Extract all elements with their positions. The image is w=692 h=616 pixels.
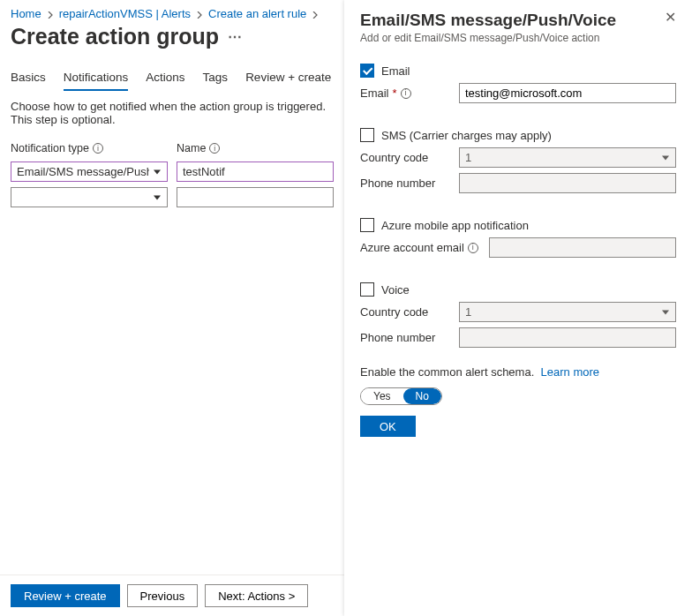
- schema-row: Enable the common alert schema. Learn mo…: [360, 365, 676, 379]
- notification-name-wrap: [177, 187, 334, 207]
- col-header-type-text: Notification type: [11, 142, 89, 154]
- ok-button[interactable]: OK: [360, 416, 416, 437]
- email-input[interactable]: [459, 83, 676, 103]
- info-icon[interactable]: i: [401, 88, 411, 99]
- voice-country-label: Country code: [360, 305, 452, 319]
- previous-button[interactable]: Previous: [127, 584, 199, 607]
- sms-country-select[interactable]: [459, 147, 676, 168]
- tab-notifications[interactable]: Notifications: [64, 65, 129, 91]
- required-icon: *: [393, 86, 397, 100]
- sms-phone-label: Phone number: [360, 177, 452, 190]
- voice-phone-label: Phone number: [360, 331, 452, 344]
- review-create-button[interactable]: Review + create: [11, 584, 120, 607]
- sms-country-select-wrap: [459, 147, 676, 168]
- col-header-type: Notification type i: [11, 142, 168, 154]
- tabs: Basics Notifications Actions Tags Review…: [11, 65, 334, 91]
- email-label-text: Email: [360, 86, 389, 100]
- notification-name-input[interactable]: [177, 162, 334, 182]
- tab-description: Choose how to get notified when the acti…: [11, 100, 334, 126]
- sms-checkbox-row: SMS (Carrier charges may apply): [360, 128, 676, 142]
- side-panel: Email/SMS message/Push/Voice Add or edit…: [344, 0, 692, 616]
- panel-subtitle: Add or edit Email/SMS message/Push/Voice…: [360, 32, 616, 44]
- learn-more-link[interactable]: Learn more: [541, 365, 599, 379]
- panel-header: Email/SMS message/Push/Voice Add or edit…: [360, 11, 676, 64]
- push-email-row: Azure account email i: [360, 237, 676, 258]
- push-email-label: Azure account email i: [360, 241, 482, 254]
- footer-bar: Review + create Previous Next: Actions >: [0, 575, 344, 616]
- panel-title: Email/SMS message/Push/Voice: [360, 11, 616, 30]
- notification-type-select-wrap: [11, 187, 168, 207]
- tab-review[interactable]: Review + create: [245, 65, 331, 91]
- voice-phone-input[interactable]: [459, 327, 676, 348]
- notification-type-select[interactable]: [11, 187, 168, 207]
- email-checkbox-row: Email: [360, 64, 676, 78]
- notification-name-input[interactable]: [177, 187, 334, 207]
- sms-phone-row: Phone number: [360, 173, 676, 193]
- voice-country-select-wrap: [459, 302, 676, 322]
- breadcrumb: Home repairActionVMSS | Alerts Create an…: [11, 7, 334, 20]
- schema-toggle-yes[interactable]: Yes: [361, 388, 403, 404]
- email-checkbox[interactable]: [360, 64, 374, 78]
- col-header-name: Name i: [177, 142, 334, 154]
- email-field-label: Email * i: [360, 86, 452, 100]
- push-checkbox-label: Azure mobile app notification: [381, 219, 529, 232]
- sms-checkbox[interactable]: [360, 128, 374, 142]
- tab-tags[interactable]: Tags: [203, 65, 229, 91]
- main-content: Home repairActionVMSS | Alerts Create an…: [0, 0, 344, 616]
- notification-name-wrap: [177, 162, 334, 182]
- schema-text: Enable the common alert schema.: [360, 365, 534, 379]
- chevron-right-icon: [47, 7, 54, 20]
- page-title-text: Create action group: [11, 24, 219, 49]
- breadcrumb-rule[interactable]: Create an alert rule: [208, 7, 306, 20]
- col-header-name-text: Name: [177, 142, 206, 154]
- tab-basics[interactable]: Basics: [11, 65, 46, 91]
- notification-type-select-wrap: [11, 162, 168, 182]
- push-checkbox[interactable]: [360, 218, 374, 232]
- voice-checkbox-row: Voice: [360, 282, 676, 297]
- notification-type-select[interactable]: [11, 162, 168, 182]
- breadcrumb-resource[interactable]: repairActionVMSS | Alerts: [59, 7, 191, 20]
- page-title: Create action group ⋯: [11, 24, 334, 49]
- push-email-input[interactable]: [489, 237, 676, 258]
- voice-checkbox-label: Voice: [381, 283, 410, 297]
- info-icon[interactable]: i: [93, 143, 103, 154]
- email-field-row: Email * i: [360, 83, 676, 103]
- voice-phone-row: Phone number: [360, 327, 676, 348]
- more-menu-icon[interactable]: ⋯: [228, 28, 242, 45]
- push-checkbox-row: Azure mobile app notification: [360, 218, 676, 232]
- tab-actions[interactable]: Actions: [146, 65, 184, 91]
- voice-checkbox[interactable]: [360, 282, 374, 297]
- close-icon[interactable]: ✕: [665, 11, 676, 25]
- email-checkbox-label: Email: [381, 64, 410, 78]
- info-icon[interactable]: i: [468, 243, 478, 253]
- sms-country-label: Country code: [360, 151, 452, 164]
- schema-toggle[interactable]: Yes No: [360, 387, 442, 405]
- sms-country-row: Country code: [360, 147, 676, 168]
- voice-country-select[interactable]: [459, 302, 676, 322]
- voice-country-row: Country code: [360, 302, 676, 322]
- chevron-right-icon: [196, 7, 203, 20]
- sms-checkbox-label: SMS (Carrier charges may apply): [381, 129, 552, 142]
- sms-phone-input[interactable]: [459, 173, 676, 193]
- notifications-grid: Notification type i Name i: [11, 142, 334, 207]
- info-icon[interactable]: i: [209, 143, 220, 154]
- panel-header-text: Email/SMS message/Push/Voice Add or edit…: [360, 11, 616, 64]
- push-email-label-text: Azure account email: [360, 241, 464, 254]
- chevron-right-icon: [312, 7, 319, 20]
- schema-toggle-no[interactable]: No: [403, 388, 441, 404]
- next-actions-button[interactable]: Next: Actions >: [205, 584, 308, 607]
- breadcrumb-home[interactable]: Home: [11, 7, 41, 20]
